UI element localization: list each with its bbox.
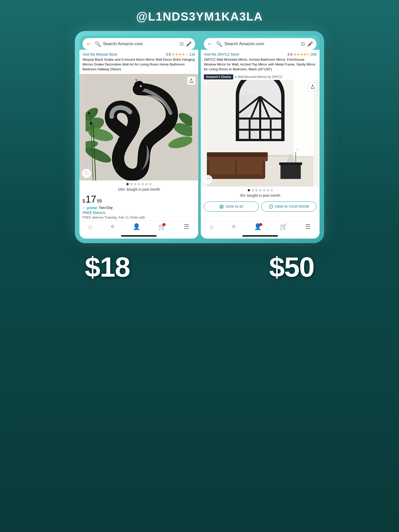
- right-search-bar[interactable]: ← 🔍 Search Amazon.com ⊡ 🎤: [204, 38, 317, 50]
- right-bottom-nav: ⌂ ✧ 👤 🛒 ☰: [201, 221, 320, 234]
- left-person-icon: 👤: [133, 224, 140, 230]
- left-back-button[interactable]: ←: [86, 41, 92, 47]
- left-prime-check: ✓: [82, 206, 85, 210]
- left-dot-6[interactable]: [145, 183, 148, 185]
- right-store-row: Visit the ZMYCZ Store 4.6 ★★★★½ 206: [201, 50, 320, 57]
- svg-point-9: [90, 122, 92, 125]
- right-search-bar-icons: ⊡ 🎤: [301, 41, 313, 47]
- svg-point-10: [88, 112, 90, 114]
- right-review-count: 206: [311, 52, 317, 56]
- left-nav-cart[interactable]: 🛒 7: [158, 224, 166, 230]
- left-search-input[interactable]: Search Amazon.com: [103, 41, 178, 46]
- left-review-count: 116: [189, 52, 195, 56]
- right-product-title: ZMYCZ Wall Mounted Mirror, Arched Bathro…: [201, 57, 320, 74]
- left-wishlist-button[interactable]: ♡: [82, 169, 91, 178]
- left-dot-3[interactable]: [134, 183, 136, 185]
- left-rating-num: 3.8: [166, 52, 171, 56]
- left-cart-badge: 7: [162, 223, 165, 226]
- svg-rect-39: [207, 152, 268, 157]
- svg-point-46: [295, 148, 299, 151]
- right-search-icon: 🔍: [216, 41, 222, 47]
- right-dots-row: [201, 187, 320, 193]
- left-nav-home[interactable]: ⌂: [88, 224, 92, 230]
- left-home-indicator: [121, 235, 157, 237]
- choice-badge-row: Amazon's Choice in Wall-Mounted Mirrors …: [201, 74, 320, 80]
- left-dot-1[interactable]: [126, 183, 129, 185]
- ar-buttons-row: VIEW IN 3D VIEW IN YOUR ROOM: [201, 200, 320, 214]
- left-dots-row: [79, 180, 198, 187]
- right-rating-row: 4.6 ★★★★½ 206: [287, 52, 317, 56]
- right-sparkle-icon: ✧: [231, 224, 236, 230]
- svg-rect-28: [259, 96, 261, 141]
- right-search-input[interactable]: Search Amazon.com: [224, 41, 299, 46]
- left-menu-icon: ☰: [184, 224, 189, 230]
- left-product-content: Visit the Weysat Store 3.8 ★★★★☆ 116 Wey…: [79, 50, 198, 221]
- left-mic-icon[interactable]: 🎤: [186, 41, 192, 47]
- right-nav-menu[interactable]: ☰: [305, 224, 311, 230]
- left-dot-2[interactable]: [130, 183, 132, 185]
- left-prime-row: ✓ prime Two-Day: [79, 205, 198, 210]
- left-nav-account[interactable]: 👤: [133, 224, 140, 230]
- right-dot-5[interactable]: [263, 189, 265, 191]
- right-dot-2[interactable]: [252, 189, 254, 191]
- right-nav-home[interactable]: ⌂: [210, 224, 213, 230]
- left-sparkle-icon: ✧: [110, 224, 115, 230]
- svg-rect-37: [209, 159, 235, 174]
- right-camera-icon[interactable]: ⊡: [301, 41, 305, 47]
- right-dot-4[interactable]: [259, 189, 261, 191]
- left-store-link[interactable]: Visit the Weysat Store: [82, 52, 117, 56]
- left-phone: ← 🔍 Search Amazon.com ⊡ 🎤 Visit the Weys…: [79, 36, 198, 239]
- right-nav-sparkle[interactable]: ✧: [231, 224, 236, 230]
- view-room-icon: [269, 204, 273, 209]
- right-wishlist-button[interactable]: ♡: [203, 175, 212, 184]
- left-search-bar[interactable]: ← 🔍 Search Amazon.com ⊡ 🎤: [82, 38, 195, 50]
- left-price-row: $ 17 99: [79, 193, 198, 205]
- right-mic-icon[interactable]: 🎤: [307, 41, 313, 47]
- left-price-main: 17: [86, 194, 96, 204]
- right-dot-6[interactable]: [267, 189, 269, 191]
- right-back-button[interactable]: ←: [207, 41, 213, 47]
- right-account-badge: [259, 223, 262, 226]
- right-dot-1[interactable]: [248, 189, 250, 191]
- right-home-icon: ⌂: [210, 224, 213, 230]
- left-search-icon: 🔍: [95, 41, 101, 47]
- left-price-dollar: $: [82, 198, 85, 204]
- right-store-link[interactable]: Visit the ZMYCZ Store: [204, 52, 239, 56]
- left-camera-icon[interactable]: ⊡: [180, 41, 184, 47]
- left-dot-4[interactable]: [138, 183, 140, 185]
- left-stars: ★★★★☆: [172, 52, 188, 56]
- left-share-button[interactable]: [187, 76, 196, 85]
- username-header: @L1NDS3YM1KA3LA: [136, 10, 263, 23]
- left-phone-header: ← 🔍 Search Amazon.com ⊡ 🎤: [79, 36, 198, 50]
- left-rating-row: 3.8 ★★★★☆ 116: [166, 52, 195, 56]
- view-room-button[interactable]: VIEW IN YOUR ROOM: [261, 202, 317, 212]
- svg-rect-40: [280, 164, 301, 179]
- view-3d-icon: [219, 204, 224, 209]
- view-3d-button[interactable]: VIEW IN 3D: [204, 202, 259, 212]
- left-product-title: Weysat Black Snake and Crescent Moon Mir…: [79, 57, 198, 74]
- view-room-label: VIEW IN YOUR ROOM: [275, 205, 309, 208]
- left-bottom-nav: ⌂ ✧ 👤 🛒 7 ☰: [79, 221, 198, 234]
- svg-rect-30: [270, 120, 272, 140]
- right-dot-3[interactable]: [255, 189, 258, 191]
- left-bought-text: 100+ bought in past month: [79, 187, 198, 193]
- left-dot-5[interactable]: [142, 183, 144, 185]
- right-phone: ← 🔍 Search Amazon.com ⊡ 🎤 Visit the ZMYC…: [201, 36, 320, 239]
- right-share-button[interactable]: [308, 82, 317, 91]
- right-nav-cart[interactable]: 🛒: [280, 224, 287, 230]
- right-dot-7[interactable]: [271, 189, 273, 191]
- right-menu-icon: ☰: [305, 224, 311, 230]
- left-prime-text: Two-Day: [99, 206, 113, 210]
- left-home-icon: ⌂: [88, 224, 92, 230]
- left-big-price: $18: [85, 251, 130, 283]
- view-3d-label: VIEW IN 3D: [225, 205, 243, 208]
- left-free-returns: FREE Returns: [79, 210, 198, 215]
- left-dot-7[interactable]: [149, 183, 152, 185]
- svg-rect-38: [237, 159, 262, 174]
- right-nav-account[interactable]: 👤: [254, 224, 262, 230]
- left-nav-menu[interactable]: ☰: [184, 224, 189, 230]
- left-nav-sparkle[interactable]: ✧: [110, 224, 115, 230]
- svg-rect-24: [293, 80, 313, 156]
- right-product-content: Visit the ZMYCZ Store 4.6 ★★★★½ 206 ZMYC…: [201, 50, 320, 221]
- right-rating-num: 4.6: [287, 52, 292, 56]
